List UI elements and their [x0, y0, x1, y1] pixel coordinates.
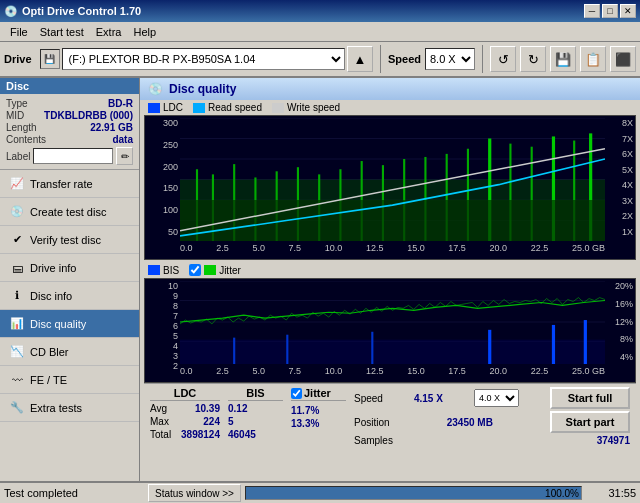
stats-ldc-total-value: 3898124	[181, 429, 220, 440]
menu-file[interactable]: File	[4, 24, 34, 40]
start-part-button[interactable]: Start part	[550, 411, 630, 433]
disc-contents-row: Contents data	[6, 134, 133, 145]
stats-ldc-max-value: 224	[203, 416, 220, 427]
transfer-rate-icon: 📈	[8, 175, 26, 193]
upper-chart-y-labels-left: 300 250 200 150 100 50	[145, 116, 180, 239]
stats-ldc-max-label: Max	[150, 416, 169, 427]
sidebar-item-disc-info[interactable]: ℹ Disc info	[0, 282, 139, 310]
stats-ldc-avg-row: Avg 10.39	[150, 403, 220, 414]
stats-ldc-col: LDC Avg 10.39 Max 224 Total 3898124	[150, 387, 220, 450]
lower-y-3: 3	[147, 351, 178, 361]
upper-x-17-5: 17.5	[448, 243, 466, 259]
toolbar-back-button[interactable]: ↺	[490, 46, 516, 72]
menu-start-test[interactable]: Start test	[34, 24, 90, 40]
stats-ldc-avg-label: Avg	[150, 403, 167, 414]
toolbar-settings-button[interactable]: ⬛	[610, 46, 636, 72]
jitter-checkbox[interactable]	[189, 264, 201, 276]
toolbar: Drive 💾 (F:) PLEXTOR BD-R PX-B950SA 1.04…	[0, 42, 640, 78]
close-button[interactable]: ✕	[620, 4, 636, 18]
fe-te-icon: 〰	[8, 371, 26, 389]
upper-x-2-5: 2.5	[216, 243, 229, 259]
upper-yr-4x: 4X	[607, 180, 633, 190]
upper-y-300: 300	[147, 118, 178, 128]
menu-help[interactable]: Help	[127, 24, 162, 40]
sidebar-item-disc-quality[interactable]: 📊 Disc quality	[0, 310, 139, 338]
stats-jitter-checkbox[interactable]	[291, 388, 302, 399]
sidebar-item-fe-te[interactable]: 〰 FE / TE	[0, 366, 139, 394]
lower-yr-16: 16%	[607, 299, 633, 309]
main-layout: Disc Type BD-R MID TDKBLDRBB (000) Lengt…	[0, 78, 640, 481]
upper-y-50: 50	[147, 227, 178, 237]
lower-chart-y-labels-right: 20% 16% 12% 8% 4%	[605, 279, 635, 364]
status-window-button[interactable]: Status window >>	[148, 484, 241, 502]
start-full-button[interactable]: Start full	[550, 387, 630, 409]
upper-x-15: 15.0	[407, 243, 425, 259]
maximize-button[interactable]: □	[602, 4, 618, 18]
content-header-title: Disc quality	[169, 82, 236, 96]
menu-extra[interactable]: Extra	[90, 24, 128, 40]
stats-speed-select[interactable]: 4.0 X	[474, 389, 519, 407]
upper-yr-2x: 2X	[607, 211, 633, 221]
lower-y-7: 7	[147, 311, 178, 321]
sidebar: Disc Type BD-R MID TDKBLDRBB (000) Lengt…	[0, 78, 140, 481]
stats-position-label: Position	[354, 417, 390, 428]
legend-jitter: Jitter	[189, 264, 241, 276]
stats-speed-row: Speed 4.15 X 4.0 X Start full	[354, 387, 630, 409]
lower-x-17-5: 17.5	[448, 366, 466, 382]
disc-info-box: Type BD-R MID TDKBLDRBB (000) Length 22.…	[0, 94, 139, 170]
upper-y-250: 250	[147, 140, 178, 150]
sidebar-item-extra-tests[interactable]: 🔧 Extra tests	[0, 394, 139, 422]
speed-select[interactable]: 8.0 X	[425, 48, 475, 70]
sidebar-item-drive-info[interactable]: 🖴 Drive info	[0, 254, 139, 282]
toolbar-info-button[interactable]: 📋	[580, 46, 606, 72]
drive-select[interactable]: (F:) PLEXTOR BD-R PX-B950SA 1.04	[62, 48, 345, 70]
upper-yr-6x: 6X	[607, 149, 633, 159]
disc-label-edit-button[interactable]: ✏	[116, 147, 133, 165]
sidebar-item-verify-test-disc[interactable]: ✔ Verify test disc	[0, 226, 139, 254]
sidebar-item-cd-bler[interactable]: 📉 CD Bler	[0, 338, 139, 366]
disc-mid-value: TDKBLDRBB (000)	[44, 110, 133, 121]
legend-read-speed-color	[193, 103, 205, 113]
sidebar-item-transfer-rate-label: Transfer rate	[30, 178, 93, 190]
lower-y-9: 9	[147, 291, 178, 301]
lower-yr-8: 8%	[607, 334, 633, 344]
sidebar-item-create-test-disc-label: Create test disc	[30, 206, 106, 218]
upper-x-5: 5.0	[252, 243, 265, 259]
lower-yr-12: 12%	[607, 317, 633, 327]
svg-rect-37	[286, 335, 288, 364]
disc-label-input[interactable]	[33, 148, 113, 164]
drive-selector-wrapper: 💾 (F:) PLEXTOR BD-R PX-B950SA 1.04 ▲	[40, 46, 373, 72]
minimize-button[interactable]: ─	[584, 4, 600, 18]
stats-bis-col: BIS 0.12 5 46045	[228, 387, 283, 450]
stats-position-value: 23450 MB	[447, 417, 493, 428]
sidebar-item-create-test-disc[interactable]: 💿 Create test disc	[0, 198, 139, 226]
create-test-disc-icon: 💿	[8, 203, 26, 221]
stats-ldc-total-row: Total 3898124	[150, 429, 220, 440]
toolbar-save-button[interactable]: 💾	[550, 46, 576, 72]
legend-bis: BIS	[148, 265, 179, 276]
drive-icon: 💾	[40, 49, 60, 69]
drive-refresh-button[interactable]: ▲	[347, 46, 373, 72]
upper-yr-5x: 5X	[607, 165, 633, 175]
toolbar-forward-button[interactable]: ↻	[520, 46, 546, 72]
legend-read-speed: Read speed	[193, 102, 262, 113]
disc-type-row: Type BD-R	[6, 98, 133, 109]
stats-jitter-header: Jitter	[304, 387, 331, 399]
titlebar-title: 💿 Opti Drive Control 1.70	[4, 5, 141, 18]
sidebar-item-transfer-rate[interactable]: 📈 Transfer rate	[0, 170, 139, 198]
legend-write-speed: Write speed	[272, 102, 340, 113]
upper-chart-x-labels: 0.0 2.5 5.0 7.5 10.0 12.5 15.0 17.5 20.0…	[180, 243, 605, 259]
disc-quality-icon: 📊	[8, 315, 26, 333]
status-time: 31:55	[586, 487, 636, 499]
stats-bis-avg-row: 0.12	[228, 403, 283, 414]
stats-speed-value: 4.15 X	[414, 393, 443, 404]
disc-info-icon: ℹ	[8, 287, 26, 305]
lower-x-25: 25.0 GB	[572, 366, 605, 382]
stats-ldc-total-label: Total	[150, 429, 171, 440]
legend-bis-label: BIS	[163, 265, 179, 276]
content-header-icon: 💿	[148, 82, 163, 96]
sidebar-item-verify-test-disc-label: Verify test disc	[30, 234, 101, 246]
lower-y-4: 4	[147, 341, 178, 351]
menubar: File Start test Extra Help	[0, 22, 640, 42]
disc-label-label: Label	[6, 151, 30, 162]
